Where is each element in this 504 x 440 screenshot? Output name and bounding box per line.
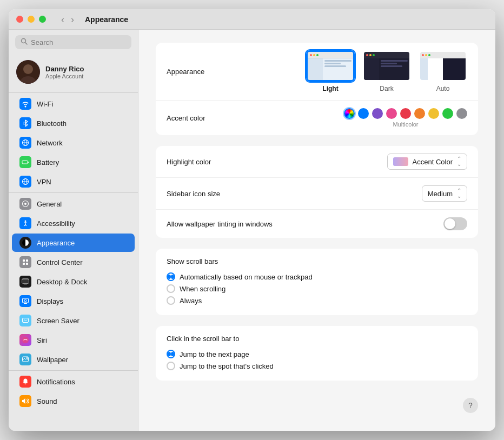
sidebar-item-label-wifi: Wi-Fi	[37, 100, 53, 108]
scroll-always-option[interactable]: Always	[167, 295, 467, 306]
sidebar-item-wallpaper[interactable]: Wallpaper	[12, 350, 135, 369]
user-info: Danny Rico Apple Account	[45, 65, 84, 79]
maximize-button[interactable]	[39, 16, 46, 23]
user-name: Danny Rico	[45, 65, 84, 73]
accent-multicolor[interactable]	[344, 108, 355, 119]
close-button[interactable]	[16, 16, 23, 23]
accent-purple[interactable]	[372, 108, 383, 119]
search-input[interactable]	[31, 38, 126, 46]
accent-orange[interactable]	[414, 108, 425, 119]
sidebar-item-controlcenter[interactable]: Control Center	[12, 253, 135, 271]
click-next-page-option[interactable]: Jump to the next page	[167, 348, 467, 360]
sidebar-item-label-accessibility: Accessibility	[37, 219, 75, 228]
appearance-light-label: Light	[322, 85, 338, 92]
accent-graphite[interactable]	[456, 108, 467, 119]
sidebar-item-displays[interactable]: Displays	[12, 292, 135, 310]
sidebar-item-bluetooth[interactable]: Bluetooth	[12, 114, 135, 132]
scroll-bars-section: Show scroll bars Automatically based on …	[156, 249, 478, 315]
svg-rect-23	[22, 279, 29, 283]
accent-color-control: Multicolor	[275, 108, 467, 128]
accent-pink[interactable]	[386, 108, 397, 119]
accent-blue[interactable]	[358, 108, 369, 119]
sidebar-item-network[interactable]: Network	[12, 134, 135, 152]
sidebar-item-label-wallpaper: Wallpaper	[37, 356, 68, 364]
system-preferences-window: ‹ › Appearance	[9, 9, 495, 431]
sidebar-item-general[interactable]: General	[12, 195, 135, 213]
click-scroll-title: Click in the scroll bar to	[167, 335, 467, 343]
scroll-scrolling-option[interactable]: When scrolling	[167, 283, 467, 295]
display-section: Highlight color Accent Color ⌃⌄ Sidebar …	[156, 146, 478, 238]
svg-point-16	[25, 221, 26, 222]
help-button[interactable]: ?	[463, 398, 478, 413]
scroll-auto-radio[interactable]	[167, 272, 175, 281]
appearance-light-option[interactable]: Light	[306, 50, 355, 92]
sidebar-item-accessibility[interactable]: Accessibility	[12, 214, 135, 232]
user-profile[interactable]: Danny Rico Apple Account	[9, 55, 138, 91]
appearance-auto-label: Auto	[436, 85, 450, 92]
svg-line-1	[25, 43, 28, 45]
sidebar-item-label-notifications: Notifications	[37, 378, 75, 386]
sidebar-item-notifications[interactable]: Notifications	[12, 372, 135, 391]
minimize-button[interactable]	[28, 16, 35, 23]
appearance-dark-option[interactable]: Dark	[362, 50, 411, 92]
sidebar-item-siri[interactable]: Siri	[12, 331, 135, 349]
bluetooth-icon	[19, 117, 31, 129]
scroll-scrolling-radio[interactable]	[167, 284, 175, 293]
controlcenter-icon	[19, 256, 31, 268]
back-button[interactable]: ‹	[59, 15, 67, 24]
sidebar-item-label-screensaver: Screen Saver	[37, 317, 79, 325]
accent-green[interactable]	[442, 108, 453, 119]
scroll-auto-label: Automatically based on mouse or trackpad	[180, 273, 313, 281]
svg-rect-24	[24, 284, 27, 284]
sidebar-item-appearance[interactable]: Appearance	[12, 234, 135, 252]
titlebar: ‹ › Appearance	[9, 9, 495, 30]
click-spot-label: Jump to the spot that's clicked	[180, 362, 274, 370]
appearance-auto-option[interactable]: Auto	[419, 50, 467, 92]
highlight-color-label: Highlight color	[167, 158, 275, 166]
accessibility-icon	[19, 217, 31, 229]
click-spot-option[interactable]: Jump to the spot that's clicked	[167, 360, 467, 372]
sidebar-item-vpn[interactable]: VPN	[12, 172, 135, 191]
wallpaper-tinting-label: Allow wallpaper tinting in windows	[167, 220, 275, 228]
accent-yellow[interactable]	[428, 108, 439, 119]
appearance-dark-label: Dark	[380, 85, 393, 92]
window-content: Danny Rico Apple Account Wi-Fi	[9, 30, 495, 431]
sidebar-item-screensaver[interactable]: Screen Saver	[12, 311, 135, 330]
click-scroll-section: Click in the scroll bar to Jump to the n…	[156, 326, 478, 381]
sidebar-icon-size-dropdown[interactable]: Medium ⌃⌄	[422, 185, 467, 202]
show-scroll-bars-group: Show scroll bars Automatically based on …	[156, 249, 478, 315]
sidebar-item-label-sound: Sound	[37, 397, 57, 405]
scroll-scrolling-label: When scrolling	[180, 285, 226, 293]
accent-selected-label: Multicolor	[393, 121, 418, 128]
forward-button[interactable]: ›	[69, 15, 76, 24]
wallpaper-tinting-row: Allow wallpaper tinting in windows	[156, 210, 478, 238]
sidebar-item-label-appearance: Appearance	[37, 239, 75, 247]
sidebar-item-wifi[interactable]: Wi-Fi	[12, 95, 135, 113]
sidebar-item-battery[interactable]: Battery	[12, 153, 135, 171]
wallpaper-tinting-toggle[interactable]	[443, 217, 467, 230]
sidebar-item-desktop[interactable]: Desktop & Dock	[12, 272, 135, 291]
svg-rect-26	[24, 303, 27, 304]
appearance-dark-thumb	[362, 50, 411, 82]
scroll-auto-option[interactable]: Automatically based on mouse or trackpad	[167, 271, 467, 283]
svg-rect-19	[26, 259, 28, 262]
svg-point-3	[23, 64, 33, 74]
sidebar-item-label-general: General	[37, 200, 62, 208]
click-spot-radio[interactable]	[167, 362, 175, 370]
sidebar-item-label-siri: Siri	[37, 336, 47, 344]
color-dots	[344, 108, 467, 119]
appearance-options: Light	[306, 50, 467, 92]
accent-red[interactable]	[400, 108, 411, 119]
appearance-row-label: Appearance	[167, 68, 275, 76]
click-next-page-radio[interactable]	[167, 350, 175, 358]
color-section: Multicolor	[344, 108, 467, 128]
show-scroll-bars-title: Show scroll bars	[167, 257, 467, 265]
wallpaper-tinting-control	[275, 217, 467, 230]
highlight-swatch	[393, 157, 408, 166]
scroll-always-radio[interactable]	[167, 296, 175, 305]
accent-color-row: Accent color	[156, 101, 478, 135]
sidebar-item-sound[interactable]: Sound	[12, 392, 135, 410]
sidebar: Danny Rico Apple Account Wi-Fi	[9, 30, 138, 431]
highlight-color-dropdown[interactable]: Accent Color ⌃⌄	[387, 154, 467, 170]
search-box[interactable]	[15, 35, 131, 49]
